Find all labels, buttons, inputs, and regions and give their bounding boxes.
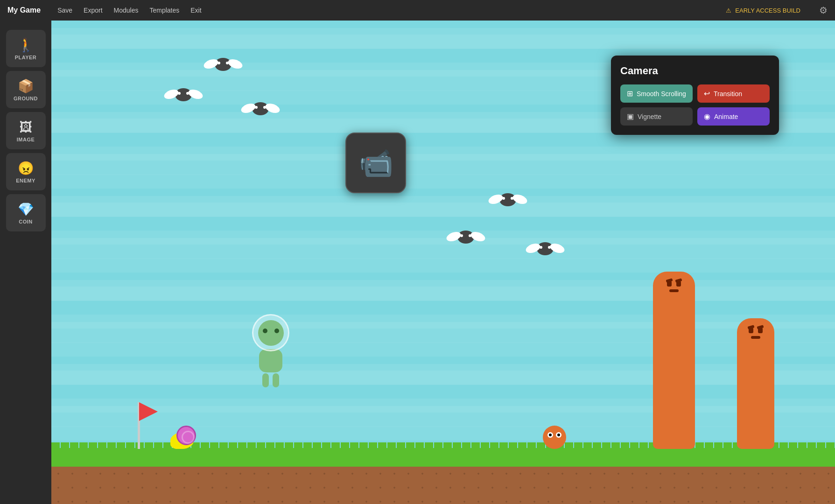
bat-eye-5-right [469, 234, 471, 237]
bat-body-2 [175, 88, 192, 101]
pillar-short-face [746, 328, 765, 342]
orange-pillar-short [737, 318, 774, 449]
bat-body-1 [215, 58, 232, 71]
nav-modules[interactable]: Modules [114, 7, 139, 14]
pillar-short-mouth [751, 336, 760, 339]
tool-enemy[interactable]: 😠 ENEMY [6, 153, 46, 190]
bat-body-5 [457, 231, 474, 244]
bat-eye-1-right [226, 62, 229, 64]
bat-eye-6-left [540, 246, 542, 249]
pillar-tall-eye-left [667, 281, 672, 287]
warning-icon: ⚠ [726, 7, 731, 14]
bat-eye-2-left [178, 92, 181, 95]
pillar-tall-mouth [669, 289, 679, 292]
bat-eye-4-right [511, 197, 513, 200]
bat-body-6 [537, 242, 554, 255]
pillar-short-eyes [746, 328, 765, 333]
snail-shell [176, 426, 196, 445]
pillar-short-eye-left [749, 328, 753, 333]
bat-eye-3-left [255, 106, 258, 109]
vignette-icon: ▣ [627, 112, 634, 121]
pillar-tall-face [665, 281, 683, 295]
nav-exit[interactable]: Exit [190, 7, 201, 14]
player-character [170, 433, 194, 449]
animate-icon: ◉ [704, 112, 710, 121]
bat-enemy-6 [537, 242, 554, 255]
astro-left-eye [263, 329, 267, 333]
small-orange-enemy [543, 426, 566, 449]
animate-button[interactable]: ◉ Animate [697, 107, 770, 126]
transition-label: Transition [714, 90, 742, 98]
top-navigation: My Game Save Export Modules Templates Ex… [0, 0, 835, 21]
small-orange-eye-right [556, 432, 561, 438]
tool-ground[interactable]: 📦 GROUND [6, 71, 46, 108]
astronaut-helmet [252, 314, 289, 351]
astronaut-face [258, 320, 284, 346]
bat-body-4 [499, 193, 516, 206]
camera-panel: Camera ⊞ Smooth Scrolling ↩ Transition ▣… [611, 56, 779, 135]
ground-icon: 📦 [18, 78, 34, 94]
tool-enemy-label: ENEMY [16, 178, 35, 183]
left-toolbar: 🚶 PLAYER 📦 GROUND 🖼 IMAGE 😠 ENEMY 💎 COIN [0, 21, 51, 504]
bat-eye-6-right [548, 246, 551, 249]
orange-pillar-tall [653, 272, 695, 449]
bat-eye-5-left [460, 234, 463, 237]
tool-ground-label: GROUND [14, 96, 38, 101]
astronaut-character [252, 314, 289, 387]
early-access-label: ⚠ EARLY ACCESS BUILD [726, 7, 800, 14]
nav-export[interactable]: Export [84, 7, 102, 14]
game-canvas[interactable]: 📹 [51, 21, 835, 504]
camera-panel-title: Camera [620, 65, 770, 77]
nav-save[interactable]: Save [57, 7, 72, 14]
vignette-button[interactable]: ▣ Vignette [620, 107, 693, 126]
transition-button[interactable]: ↩ Transition [697, 84, 770, 103]
bat-eye-2-right [186, 92, 189, 95]
astro-leg-left [262, 373, 269, 387]
transition-icon: ↩ [704, 89, 710, 98]
tool-coin-label: COIN [19, 219, 33, 224]
tool-player-label: PLAYER [15, 55, 37, 60]
astronaut-body [259, 349, 282, 372]
bat-eye-1-left [218, 62, 220, 64]
ground-dirt [51, 467, 835, 504]
bat-body-3 [252, 102, 269, 115]
tool-player[interactable]: 🚶 PLAYER [6, 30, 46, 67]
bat-enemy-1 [215, 58, 232, 71]
snail-body [170, 433, 194, 449]
main-area: 🚶 PLAYER 📦 GROUND 🖼 IMAGE 😠 ENEMY 💎 COIN [0, 21, 835, 504]
smooth-scrolling-icon: ⊞ [627, 89, 633, 98]
image-icon: 🖼 [19, 119, 32, 135]
bat-eye-4-left [502, 197, 505, 200]
small-orange-eye-left [547, 432, 553, 438]
coin-icon: 💎 [18, 202, 34, 217]
tool-image-label: IMAGE [17, 137, 35, 142]
camera-object[interactable]: 📹 [345, 133, 406, 193]
animate-label: Animate [714, 113, 738, 120]
astronaut-legs [252, 373, 289, 387]
flag-banner [139, 402, 158, 421]
bat-enemy-5 [457, 231, 474, 244]
ground-grass [51, 448, 835, 467]
bat-eye-3-right [263, 106, 266, 109]
pillar-tall-eyes [665, 281, 683, 287]
bat-enemy-3 [252, 102, 269, 115]
tool-image[interactable]: 🖼 IMAGE [6, 112, 46, 149]
settings-icon[interactable]: ⚙ [819, 5, 828, 16]
smooth-scrolling-button[interactable]: ⊞ Smooth Scrolling [620, 84, 693, 103]
astro-leg-right [273, 373, 279, 387]
nav-templates[interactable]: Templates [149, 7, 179, 14]
camera-video-icon: 📹 [358, 147, 393, 180]
player-icon: 🚶 [18, 37, 34, 53]
smooth-scrolling-label: Smooth Scrolling [637, 90, 686, 98]
bat-enemy-4 [499, 193, 516, 206]
pillar-tall-eye-right [676, 281, 681, 287]
camera-panel-buttons: ⊞ Smooth Scrolling ↩ Transition ▣ Vignet… [620, 84, 770, 126]
astro-right-eye [274, 329, 279, 333]
vignette-label: Vignette [638, 113, 661, 120]
enemy-icon: 😠 [18, 161, 34, 176]
tool-coin[interactable]: 💎 COIN [6, 194, 46, 231]
pillar-short-eye-right [758, 328, 763, 333]
small-orange-body [543, 426, 566, 449]
game-title: My Game [7, 6, 41, 14]
bat-enemy-2 [175, 88, 192, 101]
